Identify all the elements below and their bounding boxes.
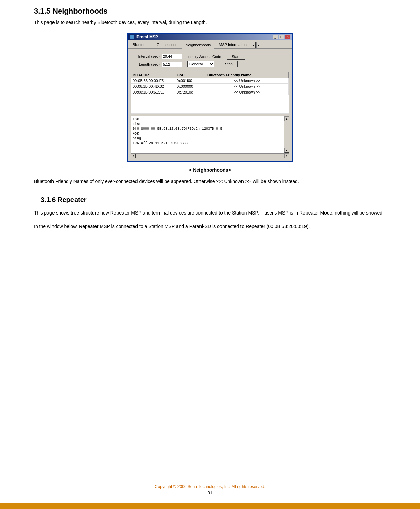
window-title-text: Promi-MSP: [136, 35, 158, 39]
paragraph-3: In the window below, Repeater MSP is con…: [34, 223, 386, 231]
cell-bdaddr-2: 00:08:1B:00:51:AC: [131, 89, 175, 95]
length-label: Length (sec): [131, 62, 162, 66]
start-button[interactable]: Start: [227, 54, 245, 60]
log-line-4: ping: [133, 136, 282, 141]
stop-button[interactable]: Stop: [220, 61, 238, 67]
window-body: Interval (sec) Length (sec) Inquiry Acce…: [128, 49, 292, 161]
tab-nav-right[interactable]: ►: [256, 42, 261, 48]
cell-bdaddr-1: 00:08:1B:00:4D:32: [131, 84, 175, 89]
screenshot-container: Promi-MSP _ □ ✕ Bluetooth Connections Ne…: [34, 33, 386, 162]
cell-name-1: << Unknown >>: [206, 84, 289, 89]
table-row-empty: [131, 101, 289, 107]
hscroll-left-button[interactable]: ◄: [131, 154, 136, 158]
table-row[interactable]: 00:08:1B:00:4D:32 0x000000 << Unknown >>: [131, 84, 289, 89]
interval-label: Interval (sec): [131, 54, 162, 58]
log-line-2: 0|0|8000|00:0B:53:12:03:7D|PSDv2h-12037D…: [133, 127, 282, 131]
tab-msp-information[interactable]: MSP Information: [215, 42, 250, 48]
length-row: Length (sec): [131, 62, 182, 67]
tab-nav-left[interactable]: ◄: [251, 42, 256, 48]
app-icon: [130, 35, 134, 39]
log-scrollbar[interactable]: ▲ ▼: [284, 116, 289, 153]
tab-bar: Bluetooth Connections Neighborhoods MSP …: [128, 40, 292, 49]
scroll-track: [284, 121, 289, 148]
col-header-cod: CoD: [175, 72, 206, 78]
screenshot-caption: < Neighborhoods>: [34, 167, 386, 173]
window-title-area: Promi-MSP: [130, 35, 158, 39]
log-area: +OK List 0|0|8000|00:0B:53:12:03:7D|PSDv…: [131, 116, 289, 153]
devices-table: BDADDR CoD Bluetooth Friendly Name 00:0B…: [131, 72, 289, 114]
cell-cod-2: 0x72010c: [175, 89, 206, 95]
window-titlebar: Promi-MSP _ □ ✕: [128, 34, 292, 40]
log-hscrollbar: ◄ ►: [131, 153, 289, 158]
table-row-empty: [131, 107, 289, 114]
table-row-empty: [131, 95, 289, 101]
sub-section-title: 3.1.6 Repeater: [34, 196, 386, 204]
section-title: 3.1.5 Neighborhoods: [34, 7, 386, 16]
section-intro: This page is to search nearby Bluetooth …: [34, 19, 386, 26]
cell-bdaddr-0: 00:0B:53:00:00:E5: [131, 78, 175, 83]
length-input[interactable]: [162, 62, 182, 67]
table-header: BDADDR CoD Bluetooth Friendly Name: [131, 72, 289, 78]
footer: Copyright © 2006 Sena Technologies, Inc.…: [0, 484, 420, 495]
scroll-up-button[interactable]: ▲: [284, 116, 289, 121]
cell-name-2: << Unknown >>: [206, 89, 289, 95]
close-button[interactable]: ✕: [285, 35, 290, 39]
paragraph-1: Bluetooth Friendly Names of only ever-co…: [34, 178, 386, 186]
cell-name-0: << Unknown >>: [206, 78, 289, 83]
col-header-name: Bluetooth Friendly Name: [206, 72, 289, 78]
interval-row: Interval (sec): [131, 54, 182, 59]
log-line-3: +OK: [133, 131, 282, 136]
copyright-text: Copyright © 2006 Sena Technologies, Inc.…: [0, 484, 420, 489]
page-number: 31: [0, 490, 420, 495]
col-header-bdaddr: BDADDR: [131, 72, 175, 78]
tab-connections[interactable]: Connections: [153, 42, 181, 48]
scroll-down-button[interactable]: ▼: [284, 148, 289, 153]
app-window: Promi-MSP _ □ ✕ Bluetooth Connections Ne…: [127, 33, 293, 162]
window-controls[interactable]: _ □ ✕: [273, 35, 290, 39]
tab-bluetooth[interactable]: Bluetooth: [129, 42, 152, 48]
paragraph-2: This page shows tree-structure how Repea…: [34, 209, 386, 217]
interval-input[interactable]: [162, 54, 182, 59]
cell-cod-1: 0x000000: [175, 84, 206, 89]
general-dropdown[interactable]: General: [187, 61, 214, 67]
table-row[interactable]: 00:0B:53:00:00:E5 0x001f00 << Unknown >>: [131, 78, 289, 84]
log-line-1: List: [133, 122, 282, 127]
table-row[interactable]: 00:08:1B:00:51:AC 0x72010c << Unknown >>: [131, 89, 289, 95]
tab-neighborhoods[interactable]: Neighborhoods: [182, 42, 215, 49]
cell-cod-0: 0x001f00: [175, 78, 206, 83]
maximize-button[interactable]: □: [279, 35, 284, 39]
log-content: +OK List 0|0|8000|00:0B:53:12:03:7D|PSDv…: [131, 116, 289, 147]
log-line-0: +OK: [133, 117, 282, 122]
hscroll-right-button[interactable]: ►: [284, 154, 289, 158]
tab-nav-arrows: ◄ ►: [251, 42, 261, 48]
inquiry-label: Inquiry Access Code: [187, 55, 221, 59]
minimize-button[interactable]: _: [273, 35, 278, 39]
bottom-bar: [0, 503, 420, 509]
log-line-5: +OK Off 29.44 5.12 0x9E8B33: [133, 141, 282, 146]
